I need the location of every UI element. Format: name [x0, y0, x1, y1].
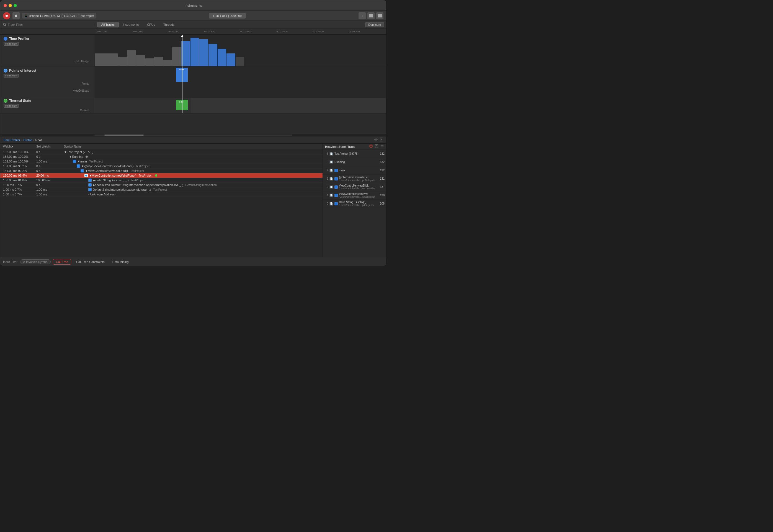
table-row[interactable]: 132.00 ms 100.0% 1.00 ms 🔷 ▼main TestPro…	[0, 159, 323, 164]
duplicate-button[interactable]: Duplicate	[365, 22, 384, 27]
record-button[interactable]	[3, 12, 10, 19]
stack-file-icon-3: 📄	[329, 177, 333, 181]
right-panel-settings-button[interactable]	[380, 144, 384, 149]
table-row[interactable]: 132.00 ms 100.0% 0 s ▼Running	[0, 154, 323, 159]
svg-point-0	[6, 15, 8, 17]
tab-data-mining[interactable]: Data Mining	[110, 259, 132, 264]
running-dot	[86, 156, 88, 158]
track-content-thermal[interactable]: Fair	[94, 98, 386, 113]
table-row[interactable]: 131.00 ms 99.2% 0 s 🔷 ▼ViewController.vi…	[0, 169, 323, 173]
right-panel: Heaviest Stack Trace	[323, 144, 386, 257]
stack-info-1: ViewController.someWe /Users/dmitrievich…	[339, 192, 375, 198]
stack-file-icon-0: 📄	[329, 202, 333, 206]
td-self-weight-6: 108.00 ms	[35, 179, 63, 182]
sym-project-6: TestProject	[131, 179, 145, 182]
add-button[interactable]: +	[359, 12, 366, 19]
tick-7: 00:03.500	[349, 30, 385, 33]
pin-icon-2[interactable]: 🔷	[73, 160, 76, 163]
zoom-button[interactable]	[14, 4, 17, 7]
table-row[interactable]: 1.00 ms 0.7% 1.00 ms <Unknown Address>	[0, 192, 323, 197]
stack-count-2: 131	[376, 185, 385, 188]
symbol-text-3: ▼@objc ViewController.viewDidLoad()	[81, 164, 133, 168]
stack-info-3: @objc ViewController.vi /Users/dmitrievi…	[339, 176, 375, 182]
stack-num-6: 6	[324, 152, 328, 155]
stack-row-1[interactable]: 1 📄 👤 ViewController.someWe /Users/dmitr…	[323, 191, 386, 200]
pin-icon-4[interactable]: 🔷	[81, 169, 84, 172]
close-button[interactable]	[4, 4, 7, 7]
timeline-scrollbar[interactable]	[0, 134, 386, 136]
table-row[interactable]: 1.00 ms 0.7% 0 s 🔷 ▶specialized DefaultS…	[0, 183, 323, 187]
pin-icon-8[interactable]: 🔷	[88, 188, 92, 191]
pause-button[interactable]	[12, 12, 20, 19]
stack-person-icon-2: 👤	[334, 185, 338, 189]
td-self-weight-7: 0 s	[35, 183, 63, 187]
stack-row-0[interactable]: 0 📄 👤 static String.+= infix(:_ /Users/d…	[323, 200, 386, 208]
stack-row-6[interactable]: 6 📄 TestProject (79775) 132	[323, 150, 386, 158]
stack-info-6: TestProject (79775)	[334, 152, 375, 155]
stack-count-6: 132	[376, 152, 385, 155]
tab-instruments[interactable]: Instruments	[119, 22, 143, 27]
tab-all-tracks[interactable]: All Tracks	[97, 22, 119, 27]
track-header-time-profiler: Time Profiler Instrument CPU Usage	[0, 35, 94, 66]
table-row[interactable]: 1.00 ms 0.7% 1.00 ms 🔷 DefaultStringInte…	[0, 187, 323, 192]
bc-time-profiler[interactable]: Time Profiler	[3, 138, 20, 142]
right-panel-filter-button[interactable]	[369, 144, 373, 149]
layout-full-button[interactable]	[376, 12, 383, 19]
bc-profile[interactable]: Profile	[24, 138, 32, 142]
stack-person-icon-1: 👤	[334, 194, 338, 197]
right-panel-doc-button[interactable]	[375, 144, 378, 149]
tab-call-tree[interactable]: Call Tree	[53, 259, 71, 265]
pin-icon-7[interactable]: 🔷	[88, 183, 92, 187]
ruler-ticks: 00:00.000 00:00.500 00:01.000 00:01.500 …	[94, 30, 386, 33]
cpu-bar-2	[118, 57, 127, 66]
involves-symbol[interactable]: ⊕ Involves Symbol	[20, 259, 51, 264]
track-name-thermal: Thermal State	[9, 99, 31, 103]
document-icon-button[interactable]	[380, 138, 383, 142]
stack-file-icon-1: 📄	[329, 193, 333, 197]
tab-threads[interactable]: Threads	[159, 22, 179, 27]
stack-name-2: ViewController.viewDidL	[339, 184, 375, 187]
stack-row-3[interactable]: 3 📄 👤 @objc ViewController.vi /Users/dmi…	[323, 175, 386, 183]
td-symbol-7: 🔷 ▶specialized DefaultStringInterpolatio…	[63, 183, 321, 187]
pin-icon-5[interactable]: 🔷	[84, 174, 88, 177]
stack-info-0: static String.+= infix(:_ /Users/dmitrie…	[339, 201, 375, 206]
heaviest-stack-title: Heaviest Stack Trace	[325, 145, 355, 148]
scrollbar-thumb[interactable]	[104, 135, 144, 136]
device-selector[interactable]: 📱 iPhone 11 Pro (iOS 13.2) (13.2.2) › Te…	[22, 13, 96, 19]
profile-section: Time Profiler › Profile › Root	[0, 136, 386, 257]
track-header-poi: Points of Interest Instrument Points vie…	[0, 66, 94, 98]
pause-icon	[15, 14, 17, 17]
td-symbol-6: 🔷 ▶static String.+= infix(_:_:) TestProj…	[63, 179, 321, 182]
bc-root[interactable]: Root	[35, 138, 42, 142]
td-symbol-9: <Unknown Address>	[63, 193, 321, 196]
layout-split-button[interactable]	[367, 12, 375, 19]
scrollbar-track[interactable]	[94, 135, 292, 136]
pin-icon-3[interactable]: 🔷	[77, 164, 80, 168]
th-self-weight[interactable]: Self Weight	[35, 145, 63, 148]
table-row-selected[interactable]: 130.00 ms 98.4% 20.00 ms 🔷 ▼ViewControll…	[0, 173, 323, 178]
minimize-button[interactable]	[9, 4, 12, 7]
table-row[interactable]: 108.00 ms 81.8% 108.00 ms 🔷 ▶static Stri…	[0, 178, 323, 183]
tick-3: 00:01.500	[204, 30, 241, 33]
td-weight-4: 131.00 ms 99.2%	[2, 169, 35, 172]
stack-path-3: /Users/dmitrievichr/...ppDelegate	[339, 179, 375, 182]
filter-icon-button[interactable]	[374, 138, 378, 142]
th-symbol-name[interactable]: Symbol Name	[63, 145, 321, 148]
track-label-poi-viewdidload: viewDidLoad	[73, 89, 91, 92]
track-content-poi[interactable]: view...	[94, 66, 386, 98]
tab-bar: All Tracks Instruments CPUs Threads	[94, 22, 365, 27]
stack-row-2[interactable]: 2 📄 👤 ViewController.viewDidL /Users/dmi…	[323, 183, 386, 191]
thermal-gray	[191, 98, 386, 113]
table-row[interactable]: 132.00 ms 100.0% 0 s ▼TestProject (79775…	[0, 150, 323, 154]
stack-row-4[interactable]: 4 📄 👤 main 132	[323, 166, 386, 175]
stack-count-4: 132	[376, 169, 385, 172]
track-content-tp[interactable]	[94, 35, 386, 66]
stack-row-5[interactable]: 5 📄 Running 132	[323, 158, 386, 166]
th-weight[interactable]: Weight▾	[2, 145, 35, 148]
stack-path-0: /Users/dmitrievichr/...piler-gener	[339, 204, 375, 206]
pin-icon-6[interactable]: 🔷	[88, 179, 92, 182]
tab-cpus[interactable]: CPUs	[143, 22, 159, 27]
tab-call-tree-constraints[interactable]: Call Tree Constraints	[73, 259, 107, 264]
table-row[interactable]: 131.00 ms 99.2% 0 s 🔷 ▼@objc ViewControl…	[0, 164, 323, 169]
td-weight-3: 131.00 ms 99.2%	[2, 164, 35, 168]
